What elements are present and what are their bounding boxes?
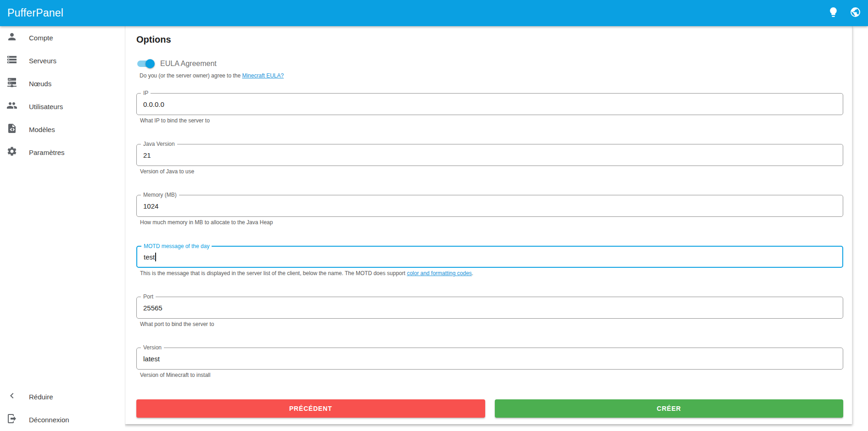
memory-input-box: Memory (MB) <box>136 195 843 217</box>
options-card: Options EULA Agreement Do you (or the se… <box>125 26 852 424</box>
person-icon <box>6 31 17 44</box>
memory-field-label: Memory (MB) <box>141 192 179 198</box>
field-memory: Memory (MB) How much memory in MB to all… <box>136 195 842 226</box>
sidebar-item-compte[interactable]: Compte <box>0 26 125 49</box>
globe-icon <box>850 6 861 20</box>
sidebar-item-label: Nœuds <box>29 80 51 88</box>
memory-helper-text: How much memory in MB to allocate to the… <box>140 219 842 226</box>
sidebar-item-label: Modèles <box>29 126 55 133</box>
sidebar-item-serveurs[interactable]: Serveurs <box>0 49 125 72</box>
sidebar-item-label: Compte <box>29 34 53 42</box>
app-header: PufferPanel <box>0 0 868 26</box>
motd-helper-text: This is the message that is displayed in… <box>140 270 842 276</box>
eula-row: EULA Agreement <box>136 59 842 68</box>
lightbulb-icon <box>828 6 839 20</box>
eula-label: EULA Agreement <box>160 60 217 68</box>
ip-input-box: IP <box>136 93 843 115</box>
java-version-helper-text: Version of Java to use <box>140 168 842 175</box>
sidebar-logout-button[interactable]: Déconnexion <box>0 408 125 431</box>
port-helper-text: What port to bind the server to <box>140 321 842 327</box>
ip-input[interactable] <box>137 94 843 115</box>
options-form: IP What IP to bind the server to Java Ve… <box>136 93 842 378</box>
port-field-label: Port <box>141 294 156 300</box>
sidebar-item-modeles[interactable]: Modèles <box>0 118 125 141</box>
sidebar-footer: Réduire Déconnexion <box>0 385 125 431</box>
sidebar-item-label: Paramètres <box>29 149 65 156</box>
theme-toggle-button[interactable] <box>824 4 842 22</box>
eula-helper-prefix: Do you (or the server owner) agree to th… <box>140 72 242 79</box>
sidebar-item-label: Serveurs <box>29 57 56 65</box>
field-version: Version Version of Minecraft to install <box>136 348 842 378</box>
motd-value: test <box>144 253 155 261</box>
version-input[interactable] <box>137 348 843 369</box>
field-java-version: Java Version Version of Java to use <box>136 144 842 175</box>
java-version-input-box: Java Version <box>136 144 843 166</box>
sidebar: Compte Serveurs Nœuds Utilisateurs Modèl… <box>0 26 125 431</box>
minecraft-eula-link[interactable]: Minecraft EULA? <box>242 72 284 79</box>
sidebar-item-parametres[interactable]: Paramètres <box>0 141 125 164</box>
servers-icon <box>6 54 17 67</box>
sidebar-item-label: Déconnexion <box>29 416 69 424</box>
motd-input[interactable]: test <box>137 247 842 267</box>
nodes-icon <box>6 77 17 90</box>
formatting-codes-link[interactable]: color and formatting codes <box>407 270 471 276</box>
field-ip: IP What IP to bind the server to <box>136 93 842 124</box>
java-version-field-label: Java Version <box>141 141 177 147</box>
field-motd: MOTD message of the day test This is the… <box>136 246 842 276</box>
create-button[interactable]: CRÉER <box>495 399 844 418</box>
port-input-box: Port <box>136 297 843 319</box>
motd-field-label: MOTD message of the day <box>141 243 212 249</box>
motd-helper-suffix: . <box>472 270 473 276</box>
people-icon <box>6 100 17 113</box>
template-file-icon <box>6 123 17 136</box>
field-port: Port What port to bind the server to <box>136 297 842 327</box>
sidebar-item-utilisateurs[interactable]: Utilisateurs <box>0 95 125 118</box>
gear-icon <box>6 146 17 159</box>
app-title: PufferPanel <box>0 7 63 19</box>
motd-helper-prefix: This is the message that is displayed in… <box>140 270 407 276</box>
eula-toggle[interactable] <box>136 59 155 68</box>
sidebar-item-label: Utilisateurs <box>29 103 63 111</box>
page-title: Options <box>136 33 842 45</box>
language-button[interactable] <box>846 4 864 22</box>
eula-helper-text: Do you (or the server owner) agree to th… <box>136 72 842 79</box>
form-actions: PRÉCÉDENT CRÉER <box>136 399 843 418</box>
logout-icon <box>6 413 17 426</box>
port-input[interactable] <box>137 297 843 318</box>
sidebar-collapse-button[interactable]: Réduire <box>0 385 125 408</box>
chevron-left-icon <box>6 390 17 403</box>
ip-helper-text: What IP to bind the server to <box>140 117 842 124</box>
memory-input[interactable] <box>137 195 843 216</box>
version-field-label: Version <box>141 345 164 351</box>
sidebar-item-label: Réduire <box>29 393 53 401</box>
text-caret <box>155 253 156 261</box>
version-input-box: Version <box>136 348 843 370</box>
version-helper-text: Version of Minecraft to install <box>140 372 842 378</box>
sidebar-item-noeuds[interactable]: Nœuds <box>0 72 125 95</box>
java-version-input[interactable] <box>137 144 843 166</box>
previous-button[interactable]: PRÉCÉDENT <box>136 399 485 418</box>
ip-field-label: IP <box>141 90 151 96</box>
toggle-thumb <box>146 59 155 68</box>
motd-input-box: MOTD message of the day test <box>136 246 843 268</box>
